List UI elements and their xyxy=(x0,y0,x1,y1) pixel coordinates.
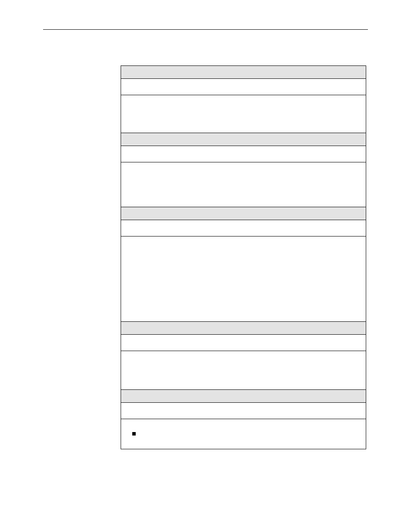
table-group-row xyxy=(121,322,366,335)
table-row xyxy=(121,335,366,351)
table-row xyxy=(121,403,366,419)
description-cell xyxy=(121,162,366,207)
group-cell xyxy=(121,66,366,79)
group-cell xyxy=(121,390,366,403)
example-cell xyxy=(121,146,366,162)
group-cell xyxy=(121,133,366,146)
example-cell xyxy=(121,220,366,236)
table-row xyxy=(121,95,366,133)
table-group-row xyxy=(121,66,366,79)
description-cell xyxy=(121,351,366,390)
table-row xyxy=(121,419,366,449)
table xyxy=(121,65,366,449)
table-row xyxy=(121,146,366,162)
example-cell xyxy=(121,403,366,419)
header-rule xyxy=(43,29,368,30)
table-row xyxy=(121,79,366,95)
table-row xyxy=(121,162,366,207)
example-cell xyxy=(121,335,366,351)
table-row xyxy=(121,236,366,322)
table-group-row xyxy=(121,207,366,220)
page xyxy=(0,0,411,532)
description-cell xyxy=(121,419,366,449)
example-cell xyxy=(121,79,366,95)
group-cell xyxy=(121,322,366,335)
description-cell xyxy=(121,95,366,133)
bullet-icon xyxy=(132,432,136,436)
group-cell xyxy=(121,207,366,220)
reference-table xyxy=(121,65,366,449)
table-group-row xyxy=(121,133,366,146)
table-row xyxy=(121,351,366,390)
table-group-row xyxy=(121,390,366,403)
description-cell xyxy=(121,236,366,322)
table-row xyxy=(121,220,366,236)
